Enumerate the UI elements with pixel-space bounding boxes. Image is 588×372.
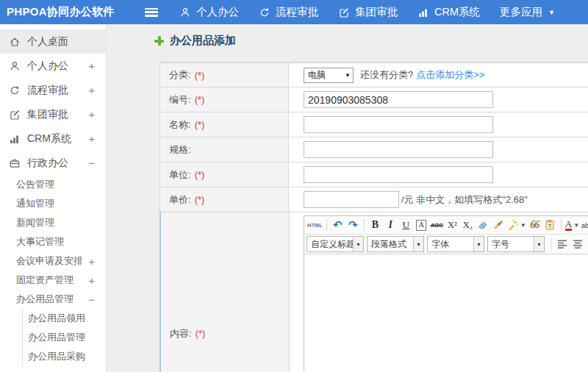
redo-button[interactable]: ↷ — [345, 218, 361, 232]
superscript-button[interactable]: X² — [445, 218, 460, 232]
font-color-button[interactable]: A▼ — [564, 218, 580, 232]
strikethrough-button[interactable]: ABC — [429, 218, 445, 232]
underline-button[interactable]: U — [398, 218, 414, 232]
sidebar-item-label: 大事记管理 — [16, 235, 64, 248]
form-row-content: 内容:(*) HTML↶↷BIUAABCX²X₂▼66TA▼ab▼ 自定义标题▼… — [159, 212, 588, 372]
italic-button[interactable]: I — [383, 218, 398, 232]
sidebar-item-personal-desktop[interactable]: 个人桌面 — [0, 29, 106, 54]
name-input[interactable] — [304, 116, 493, 133]
code-input[interactable] — [304, 91, 493, 108]
nav-item-more-apps[interactable]: 更多应用▼ — [500, 5, 555, 19]
paste-as-text-button[interactable]: T — [542, 218, 558, 232]
sidebar-item-label: 公告管理 — [16, 178, 54, 191]
sidebar-item-personal-office[interactable]: 个人办公+ — [0, 54, 106, 78]
sidebar-item-office-supplies-purchase[interactable]: 办公用品采购 — [23, 347, 106, 366]
sidebar-item-group-approval[interactable]: 集团审批+ — [0, 102, 106, 126]
edit-icon — [338, 7, 350, 18]
glyph: 66 — [530, 219, 539, 231]
sidebar-item-label: 会议申请及安排 — [16, 254, 83, 268]
sidebar-item-office-supplies-mgmt[interactable]: 办公用品管理− — [0, 290, 106, 309]
expand-toggle-icon[interactable]: + — [88, 84, 95, 96]
caret-down-icon: ▼ — [353, 237, 363, 251]
sidebar-item-label: 个人桌面 — [27, 35, 68, 49]
unit-label: 单位:(*) — [160, 162, 289, 187]
form-row-unit: 单位:(*) — [159, 162, 588, 187]
chart-icon — [9, 133, 21, 145]
toolbar-separator — [326, 219, 327, 231]
nav-item-personal-office[interactable]: 个人办公 — [179, 5, 239, 19]
flow-icon — [259, 7, 270, 18]
font-family-select[interactable]: 字体▼ — [427, 236, 484, 252]
sidebar-item-fixed-assets-mgmt[interactable]: 固定资产管理+ — [0, 271, 106, 290]
form-row-category: 分类:(*) 电脑 ▼ 还没有分类? 点击添加分类>> — [159, 62, 588, 87]
sidebar-item-memorabilia-mgmt[interactable]: 大事记管理 — [0, 232, 106, 251]
sidebar-item-notice-mgmt[interactable]: 通知管理 — [0, 194, 106, 213]
source-code-button[interactable]: HTML — [306, 218, 323, 232]
sidebar-item-label: 流程审批 — [27, 84, 68, 97]
format-painter-button[interactable] — [491, 218, 506, 232]
paragraph-format-select[interactable]: 段落格式▼ — [367, 236, 424, 252]
sidebar-item-office-supplies-receive[interactable]: 办公用品领用 — [23, 309, 106, 328]
sidebar-item-label: 办公用品管理 — [16, 293, 74, 306]
glyph: X² — [448, 220, 457, 231]
sidebar-item-workflow-approval[interactable]: 流程审批+ — [0, 78, 106, 102]
caret-down-icon: ▼ — [473, 237, 484, 251]
sidebar-item-label: 集团审批 — [27, 108, 68, 121]
expand-toggle-icon[interactable]: + — [88, 108, 95, 121]
sidebar-item-meeting-request-arrange[interactable]: 会议申请及安排+ — [0, 251, 106, 271]
page-title-text: 办公用品添加 — [170, 34, 236, 48]
expand-toggle-icon[interactable]: + — [88, 60, 95, 72]
expand-toggle-icon[interactable]: − — [88, 157, 95, 169]
editor-body[interactable] — [304, 254, 588, 372]
price-input[interactable] — [304, 191, 399, 208]
expand-toggle-icon[interactable]: + — [88, 255, 95, 268]
sidebar-item-news-mgmt[interactable]: 新闻管理 — [0, 213, 106, 232]
auto-typeset-button[interactable]: ▼ — [506, 218, 527, 232]
caret-down-icon: ▼ — [345, 72, 351, 79]
glyph: ↶ — [333, 218, 343, 232]
blockquote-button[interactable]: 66 — [527, 218, 542, 232]
eraser-icon — [477, 219, 489, 231]
form-row-code: 编号:(*) — [159, 87, 588, 112]
sidebar-item-crm-system[interactable]: CRM系统+ — [0, 126, 106, 151]
toolbar-separator — [364, 219, 365, 231]
briefcase-icon — [9, 157, 21, 169]
align-left-button[interactable] — [554, 237, 570, 251]
custom-title-select[interactable]: 自定义标题▼ — [306, 236, 364, 252]
add-plus-icon — [154, 36, 164, 46]
bold-button[interactable]: B — [368, 218, 383, 232]
undo-button[interactable]: ↶ — [330, 218, 345, 232]
price-label: 单价:(*) — [160, 187, 289, 212]
spec-input[interactable] — [304, 141, 493, 158]
char-border-button[interactable]: A — [414, 218, 429, 232]
background-color-button[interactable]: ab▼ — [580, 218, 588, 232]
sidebar-item-label: 办公用品采购 — [28, 350, 85, 363]
brush-icon — [492, 219, 504, 231]
remove-format-button[interactable] — [476, 218, 491, 232]
glyph: I — [389, 219, 392, 231]
nav-item-group-approval[interactable]: 集团审批 — [338, 5, 398, 19]
unit-input[interactable] — [304, 166, 493, 183]
hamburger-menu-icon[interactable] — [145, 8, 158, 17]
expand-toggle-icon[interactable]: − — [88, 293, 95, 306]
nav-item-crm-system[interactable]: CRM系统 — [417, 5, 480, 19]
glyph: HTML — [307, 222, 323, 229]
sidebar-item-admin-office[interactable]: 行政办公− — [0, 151, 106, 175]
required-asterisk: (*) — [195, 70, 205, 81]
expand-toggle-icon[interactable]: + — [88, 132, 95, 145]
flow-icon — [9, 85, 21, 96]
category-select[interactable]: 电脑 ▼ — [304, 68, 354, 83]
subscript-button[interactable]: X₂ — [460, 218, 476, 232]
align-center-button[interactable] — [570, 237, 585, 251]
rich-text-editor: HTML↶↷BIUAABCX²X₂▼66TA▼ab▼ 自定义标题▼段落格式▼字体… — [304, 215, 588, 372]
sidebar-item-announcement-mgmt[interactable]: 公告管理 — [0, 175, 106, 194]
select-label: 段落格式 — [368, 238, 413, 251]
nav-item-workflow-approval[interactable]: 流程审批 — [259, 5, 318, 19]
sidebar-item-label: 通知管理 — [16, 197, 54, 210]
align-right-button[interactable] — [585, 237, 588, 251]
sidebar-item-office-supplies-manage[interactable]: 办公用品管理 — [23, 328, 106, 347]
category-label: 分类:(*) — [160, 63, 289, 87]
expand-toggle-icon[interactable]: + — [88, 274, 95, 287]
add-category-link[interactable]: 点击添加分类>> — [416, 68, 484, 82]
font-size-select[interactable]: 字号▼ — [487, 236, 545, 252]
